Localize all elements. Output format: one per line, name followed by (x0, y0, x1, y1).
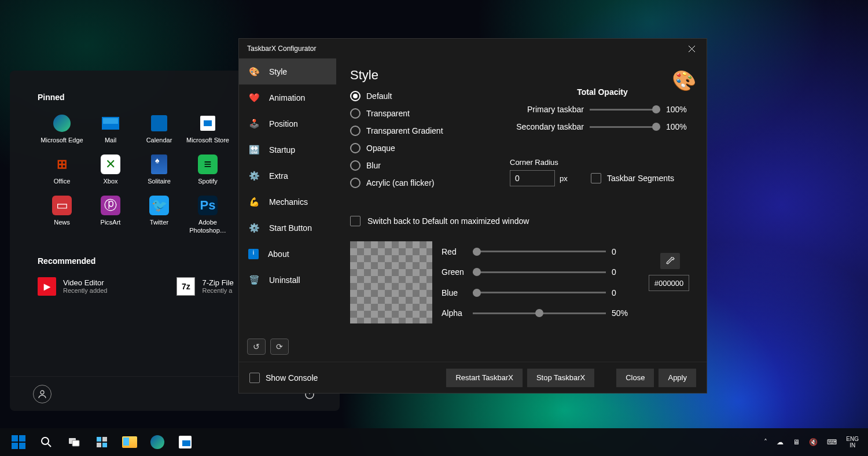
pinned-app-photoshop[interactable]: PsAdobe Photoshop… (183, 196, 232, 234)
sidebar-item-animation[interactable]: ❤️Animation (239, 84, 336, 111)
language-button[interactable]: ENGIN (844, 436, 861, 448)
system-tray: ˄ ☁ 🖥 🔇 ⌨ ENGIN (762, 436, 861, 448)
edge-icon (150, 435, 164, 449)
network-tray-icon[interactable]: 🖥 (790, 438, 802, 446)
pinned-app-mail[interactable]: Mail (86, 113, 135, 144)
edge-taskbar-button[interactable] (146, 431, 169, 454)
refresh-button[interactable]: ⟳ (270, 339, 289, 355)
radio-opaque[interactable]: Opaque (350, 143, 693, 153)
titlebar[interactable]: TaskbarX Configurator (239, 39, 707, 58)
primary-opacity-slider[interactable] (590, 105, 660, 113)
store-taskbar-button[interactable] (174, 431, 197, 454)
explorer-button[interactable] (118, 431, 141, 454)
svg-rect-6 (97, 443, 101, 447)
taskbarx-configurator-window: TaskbarX Configurator 🎨Style ❤️Animation… (238, 38, 707, 394)
keyboard-tray-icon[interactable]: ⌨ (825, 438, 839, 446)
eyedropper-button[interactable] (660, 253, 680, 269)
info-icon: i (248, 249, 259, 259)
green-slider[interactable] (473, 268, 606, 276)
pinned-app-spotify[interactable]: ≡Spotify (183, 155, 232, 185)
red-slider[interactable] (473, 248, 606, 256)
opacity-section: Total Opacity Primary taskbar 100% Secon… (516, 87, 689, 139)
user-icon (38, 389, 47, 399)
undo-icon: ↺ (253, 342, 260, 351)
page-title: Style (350, 68, 693, 83)
taskbar-segments-label: Taskbar Segments (607, 174, 674, 183)
taskbar-segments-checkbox[interactable] (591, 173, 601, 183)
palette-icon: 🎨 (248, 67, 260, 77)
secondary-opacity-value: 100% (666, 122, 689, 131)
blue-value: 0 (612, 288, 635, 297)
primary-taskbar-label: Primary taskbar (516, 105, 584, 114)
trash-icon: 🗑️ (248, 275, 260, 285)
sidebar-item-uninstall[interactable]: 🗑️Uninstall (239, 267, 336, 293)
pinned-app-solitaire[interactable]: Solitaire (135, 155, 183, 185)
toggle-icon: 🔛 (248, 145, 260, 155)
undo-button[interactable]: ↺ (247, 339, 266, 355)
svg-rect-4 (97, 437, 101, 442)
task-view-button[interactable] (62, 431, 86, 454)
chevron-up-icon: ˄ (764, 438, 767, 446)
primary-opacity-value: 100% (666, 105, 689, 114)
red-value: 0 (612, 247, 635, 256)
main-panel: Style 🎨 Default Transparent Transparent … (336, 58, 707, 362)
sidebar-item-mechanics[interactable]: 💪Mechanics (239, 189, 336, 215)
svg-rect-5 (102, 437, 107, 442)
sidebar-item-position[interactable]: 🕹️Position (239, 111, 336, 137)
corner-radius-input[interactable] (510, 170, 555, 186)
window-title: TaskbarX Configurator (247, 45, 316, 53)
sidebar-item-extra[interactable]: ⚙️Extra (239, 163, 336, 189)
tray-overflow-button[interactable]: ˄ (762, 438, 770, 446)
svg-point-0 (41, 391, 44, 394)
pinned-app-calendar[interactable]: Calendar (135, 113, 183, 144)
start-button[interactable] (7, 431, 30, 454)
pinned-app-store[interactable]: Microsoft Store (183, 113, 232, 144)
color-section: Red0 Green0 Blue0 Alpha50% (350, 241, 693, 323)
pinned-app-office[interactable]: ⊞Office (38, 155, 86, 185)
recommended-video-editor[interactable]: ▶ Video EditorRecently added (38, 277, 107, 296)
svg-point-1 (42, 437, 49, 444)
gear-icon: ⚙️ (248, 223, 260, 233)
close-button[interactable] (680, 40, 703, 57)
gear-icon: ⚙️ (248, 171, 260, 181)
alpha-value: 50% (612, 308, 635, 318)
user-account-button[interactable] (33, 385, 52, 403)
volume-tray-icon[interactable]: 🔇 (807, 438, 820, 446)
search-icon (40, 436, 53, 448)
alpha-slider[interactable] (473, 309, 606, 317)
sidebar-item-style[interactable]: 🎨Style (239, 58, 336, 84)
stop-taskbarx-button[interactable]: Stop TaskbarX (527, 369, 594, 387)
blue-slider[interactable] (473, 289, 606, 297)
switch-back-checkbox[interactable] (350, 216, 361, 226)
recommended-7zip[interactable]: 7z 7-Zip FileRecently a (176, 277, 233, 296)
pinned-app-edge[interactable]: Microsoft Edge (38, 113, 86, 144)
apply-button[interactable]: Apply (659, 369, 696, 387)
secondary-opacity-slider[interactable] (590, 123, 660, 131)
widgets-icon (95, 436, 108, 448)
sidebar-item-start-button[interactable]: ⚙️Start Button (239, 215, 336, 241)
restart-taskbarx-button[interactable]: Restart TaskbarX (446, 369, 522, 387)
opacity-title: Total Opacity (516, 87, 689, 97)
eyedropper-icon (666, 257, 675, 266)
pinned-app-news[interactable]: ▭News (38, 196, 86, 234)
taskbar: ˄ ☁ 🖥 🔇 ⌨ ENGIN (0, 428, 868, 456)
widgets-button[interactable] (90, 431, 113, 454)
joystick-icon: 🕹️ (248, 119, 260, 129)
folder-icon (122, 436, 137, 448)
heart-icon: ❤️ (248, 93, 260, 103)
task-view-icon (68, 436, 80, 448)
sidebar-item-startup[interactable]: 🔛Startup (239, 137, 336, 163)
close-footer-button[interactable]: Close (616, 369, 654, 387)
corner-radius-unit: px (560, 174, 568, 183)
show-console-checkbox[interactable] (249, 373, 260, 383)
sidebar-nav: 🎨Style ❤️Animation 🕹️Position 🔛Startup ⚙… (239, 58, 336, 362)
svg-rect-7 (102, 443, 107, 447)
sidebar-item-about[interactable]: iAbout (239, 241, 336, 267)
hex-color-value[interactable]: #000000 (649, 275, 689, 291)
search-button[interactable] (35, 431, 58, 454)
onedrive-tray-icon[interactable]: ☁ (774, 438, 786, 446)
pinned-app-xbox[interactable]: ✕Xbox (86, 155, 135, 185)
pinned-app-picsart[interactable]: ⓟPicsArt (86, 196, 135, 234)
pinned-app-twitter[interactable]: 🐦Twitter (135, 196, 183, 234)
arm-icon: 💪 (248, 197, 260, 207)
